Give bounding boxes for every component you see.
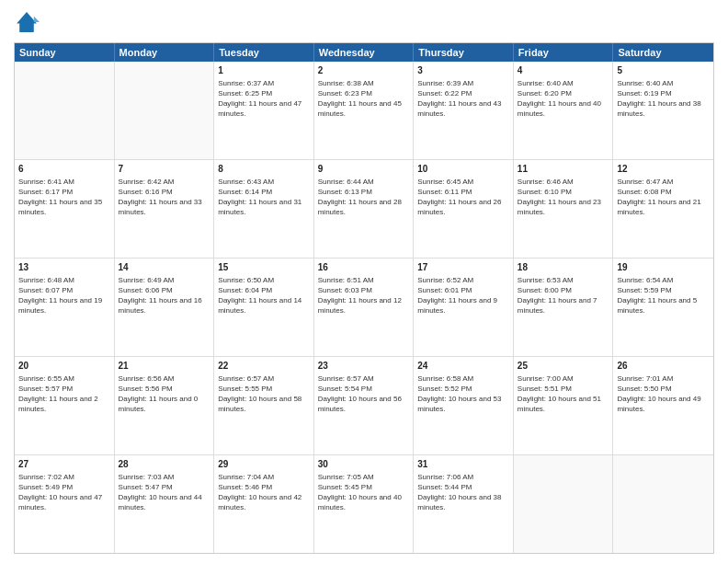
cell-info: Sunrise: 6:40 AM Sunset: 6:19 PM Dayligh… — [617, 78, 710, 120]
day-cell-27: 27Sunrise: 7:02 AM Sunset: 5:49 PM Dayli… — [15, 455, 115, 553]
svg-marker-0 — [17, 12, 37, 32]
calendar-header: SundayMondayTuesdayWednesdayThursdayFrid… — [15, 43, 713, 62]
cell-info: Sunrise: 6:57 AM Sunset: 5:55 PM Dayligh… — [218, 373, 310, 415]
day-cell-11: 11Sunrise: 6:46 AM Sunset: 6:10 PM Dayli… — [514, 160, 614, 258]
empty-cell — [115, 62, 215, 159]
page: SundayMondayTuesdayWednesdayThursdayFrid… — [0, 0, 728, 563]
empty-cell — [514, 455, 614, 553]
cell-info: Sunrise: 6:49 AM Sunset: 6:06 PM Dayligh… — [119, 275, 210, 316]
day-number: 9 — [318, 163, 410, 176]
calendar-body: 1Sunrise: 6:37 AM Sunset: 6:25 PM Daylig… — [15, 62, 713, 553]
day-cell-29: 29Sunrise: 7:04 AM Sunset: 5:46 PM Dayli… — [214, 455, 314, 553]
day-number: 30 — [318, 458, 410, 471]
cell-info: Sunrise: 7:00 AM Sunset: 5:51 PM Dayligh… — [518, 373, 609, 415]
day-cell-18: 18Sunrise: 6:53 AM Sunset: 6:00 PM Dayli… — [514, 259, 614, 356]
day-number: 12 — [617, 163, 710, 176]
day-number: 19 — [617, 261, 710, 274]
day-header-saturday: Saturday — [613, 43, 713, 62]
day-cell-12: 12Sunrise: 6:47 AM Sunset: 6:08 PM Dayli… — [613, 160, 713, 258]
day-cell-20: 20Sunrise: 6:55 AM Sunset: 5:57 PM Dayli… — [15, 357, 115, 454]
day-number: 23 — [318, 360, 410, 373]
day-cell-9: 9Sunrise: 6:44 AM Sunset: 6:13 PM Daylig… — [314, 160, 415, 258]
day-number: 5 — [617, 64, 710, 77]
day-header-tuesday: Tuesday — [214, 43, 314, 62]
day-number: 25 — [518, 360, 609, 373]
header — [14, 9, 714, 35]
day-cell-30: 30Sunrise: 7:05 AM Sunset: 5:45 PM Dayli… — [314, 455, 415, 553]
calendar: SundayMondayTuesdayWednesdayThursdayFrid… — [14, 42, 714, 554]
day-number: 10 — [417, 163, 509, 176]
day-number: 16 — [318, 261, 410, 274]
day-cell-2: 2Sunrise: 6:38 AM Sunset: 6:23 PM Daylig… — [314, 62, 415, 159]
day-number: 13 — [18, 261, 110, 274]
day-number: 29 — [218, 458, 310, 471]
cell-info: Sunrise: 7:03 AM Sunset: 5:47 PM Dayligh… — [119, 472, 210, 513]
day-number: 2 — [318, 64, 410, 77]
day-number: 11 — [518, 163, 609, 176]
cell-info: Sunrise: 6:51 AM Sunset: 6:03 PM Dayligh… — [318, 275, 410, 316]
day-number: 1 — [218, 64, 310, 77]
day-number: 3 — [417, 64, 509, 77]
cell-info: Sunrise: 6:37 AM Sunset: 6:25 PM Dayligh… — [218, 78, 310, 120]
day-cell-15: 15Sunrise: 6:50 AM Sunset: 6:04 PM Dayli… — [214, 259, 314, 356]
day-number: 31 — [417, 458, 509, 471]
day-cell-26: 26Sunrise: 7:01 AM Sunset: 5:50 PM Dayli… — [613, 357, 713, 454]
logo-icon — [14, 9, 40, 35]
cell-info: Sunrise: 7:02 AM Sunset: 5:49 PM Dayligh… — [18, 472, 110, 513]
calendar-row-1: 6Sunrise: 6:41 AM Sunset: 6:17 PM Daylig… — [15, 160, 713, 259]
day-cell-7: 7Sunrise: 6:42 AM Sunset: 6:16 PM Daylig… — [115, 160, 215, 258]
day-number: 21 — [119, 360, 210, 373]
empty-cell — [15, 62, 115, 159]
cell-info: Sunrise: 6:52 AM Sunset: 6:01 PM Dayligh… — [417, 275, 509, 316]
day-cell-22: 22Sunrise: 6:57 AM Sunset: 5:55 PM Dayli… — [214, 357, 314, 454]
day-cell-28: 28Sunrise: 7:03 AM Sunset: 5:47 PM Dayli… — [115, 455, 215, 553]
day-header-sunday: Sunday — [15, 43, 115, 62]
day-number: 4 — [518, 64, 609, 77]
cell-info: Sunrise: 7:06 AM Sunset: 5:44 PM Dayligh… — [417, 472, 509, 513]
cell-info: Sunrise: 6:48 AM Sunset: 6:07 PM Dayligh… — [18, 275, 110, 316]
day-cell-5: 5Sunrise: 6:40 AM Sunset: 6:19 PM Daylig… — [613, 62, 713, 159]
day-header-friday: Friday — [514, 43, 614, 62]
day-cell-19: 19Sunrise: 6:54 AM Sunset: 5:59 PM Dayli… — [613, 259, 713, 356]
cell-info: Sunrise: 7:01 AM Sunset: 5:50 PM Dayligh… — [617, 373, 710, 415]
day-cell-13: 13Sunrise: 6:48 AM Sunset: 6:07 PM Dayli… — [15, 259, 115, 356]
cell-info: Sunrise: 6:57 AM Sunset: 5:54 PM Dayligh… — [318, 373, 410, 415]
cell-info: Sunrise: 6:39 AM Sunset: 6:22 PM Dayligh… — [417, 78, 509, 120]
day-header-monday: Monday — [115, 43, 215, 62]
day-cell-1: 1Sunrise: 6:37 AM Sunset: 6:25 PM Daylig… — [214, 62, 314, 159]
cell-info: Sunrise: 6:54 AM Sunset: 5:59 PM Dayligh… — [617, 275, 710, 316]
cell-info: Sunrise: 6:45 AM Sunset: 6:11 PM Dayligh… — [417, 177, 509, 218]
cell-info: Sunrise: 6:58 AM Sunset: 5:52 PM Dayligh… — [417, 373, 509, 415]
day-cell-25: 25Sunrise: 7:00 AM Sunset: 5:51 PM Dayli… — [514, 357, 614, 454]
day-header-thursday: Thursday — [414, 43, 514, 62]
day-cell-23: 23Sunrise: 6:57 AM Sunset: 5:54 PM Dayli… — [314, 357, 415, 454]
day-cell-4: 4Sunrise: 6:40 AM Sunset: 6:20 PM Daylig… — [514, 62, 614, 159]
day-number: 20 — [18, 360, 110, 373]
cell-info: Sunrise: 6:38 AM Sunset: 6:23 PM Dayligh… — [318, 78, 410, 120]
cell-info: Sunrise: 6:41 AM Sunset: 6:17 PM Dayligh… — [18, 177, 110, 218]
logo — [14, 9, 43, 35]
day-number: 24 — [417, 360, 509, 373]
calendar-row-3: 20Sunrise: 6:55 AM Sunset: 5:57 PM Dayli… — [15, 357, 713, 455]
calendar-row-0: 1Sunrise: 6:37 AM Sunset: 6:25 PM Daylig… — [15, 62, 713, 160]
day-cell-17: 17Sunrise: 6:52 AM Sunset: 6:01 PM Dayli… — [414, 259, 514, 356]
day-cell-21: 21Sunrise: 6:56 AM Sunset: 5:56 PM Dayli… — [115, 357, 215, 454]
day-header-wednesday: Wednesday — [314, 43, 415, 62]
day-number: 17 — [417, 261, 509, 274]
cell-info: Sunrise: 6:40 AM Sunset: 6:20 PM Dayligh… — [518, 78, 609, 120]
cell-info: Sunrise: 7:04 AM Sunset: 5:46 PM Dayligh… — [218, 472, 310, 513]
day-number: 28 — [119, 458, 210, 471]
calendar-row-2: 13Sunrise: 6:48 AM Sunset: 6:07 PM Dayli… — [15, 259, 713, 357]
day-cell-6: 6Sunrise: 6:41 AM Sunset: 6:17 PM Daylig… — [15, 160, 115, 258]
cell-info: Sunrise: 6:46 AM Sunset: 6:10 PM Dayligh… — [518, 177, 609, 218]
day-number: 14 — [119, 261, 210, 274]
day-cell-31: 31Sunrise: 7:06 AM Sunset: 5:44 PM Dayli… — [414, 455, 514, 553]
cell-info: Sunrise: 6:47 AM Sunset: 6:08 PM Dayligh… — [617, 177, 710, 218]
cell-info: Sunrise: 6:55 AM Sunset: 5:57 PM Dayligh… — [18, 373, 110, 415]
day-number: 22 — [218, 360, 310, 373]
cell-info: Sunrise: 6:42 AM Sunset: 6:16 PM Dayligh… — [119, 177, 210, 218]
day-number: 6 — [18, 163, 110, 176]
day-number: 15 — [218, 261, 310, 274]
cell-info: Sunrise: 7:05 AM Sunset: 5:45 PM Dayligh… — [318, 472, 410, 513]
day-number: 26 — [617, 360, 710, 373]
